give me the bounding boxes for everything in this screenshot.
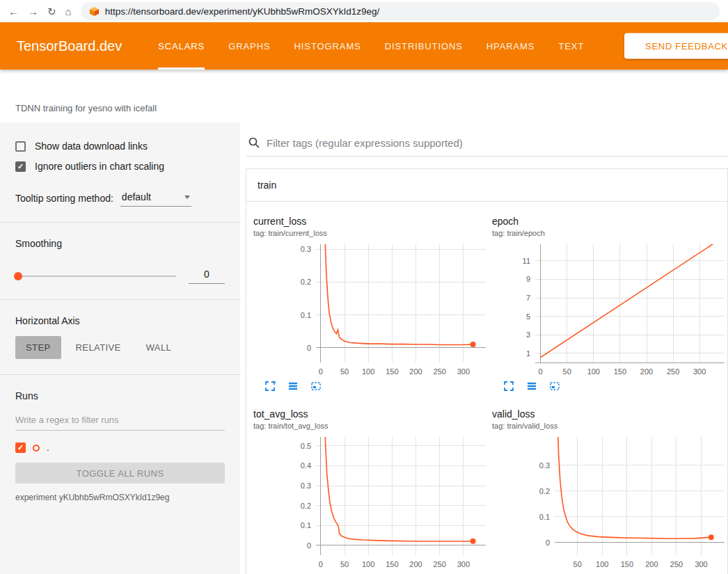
run-label: .	[47, 443, 49, 453]
ignore-outliers-checkbox[interactable]	[15, 161, 26, 172]
show-download-links-label: Show data download links	[35, 141, 148, 152]
url-text: https://tensorboard.dev/experiment/yKUbh…	[105, 6, 380, 17]
run-row[interactable]: .	[15, 443, 225, 453]
line-chart[interactable]: 05010015020025030000.10.20.30.40.5	[253, 433, 487, 572]
tag-filter	[246, 136, 728, 157]
app-header: TensorBoard.dev SCALARS GRAPHS HISTOGRAM…	[0, 22, 728, 70]
svg-text:11: 11	[523, 257, 530, 265]
horizontal-axis-label: Horizontal Axis	[15, 315, 225, 326]
fit-domain-icon[interactable]	[549, 381, 560, 392]
svg-text:100: 100	[587, 367, 600, 376]
main-nav: SCALARS GRAPHS HISTOGRAMS DISTRIBUTIONS …	[158, 22, 584, 70]
tab-scalars[interactable]: SCALARS	[158, 22, 205, 70]
svg-text:200: 200	[409, 560, 422, 568]
svg-text:150: 150	[621, 560, 633, 568]
experiment-title: TDNN training for yesno with icefall	[15, 103, 157, 113]
svg-text:200: 200	[640, 367, 653, 376]
svg-text:300: 300	[457, 560, 470, 568]
slider-thumb[interactable]	[14, 272, 22, 280]
smoothing-slider[interactable]	[15, 276, 176, 277]
run-checkbox[interactable]	[15, 443, 26, 453]
svg-text:250: 250	[434, 560, 446, 568]
svg-text:9: 9	[526, 275, 530, 283]
charts-grid: current_loss tag: train/current_loss 050…	[246, 202, 727, 574]
tab-hparams[interactable]: HPARAMS	[486, 22, 535, 70]
chart-tag: tag: train/tot_avg_loss	[253, 422, 487, 430]
svg-text:0: 0	[319, 560, 323, 568]
svg-text:300: 300	[695, 560, 707, 568]
svg-text:150: 150	[614, 367, 626, 376]
tag-filter-input[interactable]	[267, 137, 728, 149]
horizontal-axis-buttons: STEP RELATIVE WALL	[15, 336, 225, 359]
fullscreen-icon[interactable]	[503, 381, 514, 392]
svg-text:3: 3	[526, 330, 530, 339]
svg-text:0.2: 0.2	[301, 502, 311, 510]
svg-text:5: 5	[526, 312, 530, 321]
tab-distributions[interactable]: DISTRIBUTIONS	[385, 22, 463, 70]
runs-filter-input[interactable]	[15, 410, 225, 431]
forward-icon[interactable]: →	[28, 6, 38, 17]
toggle-all-runs-button[interactable]: TOGGLE ALL RUNS	[15, 463, 225, 484]
svg-text:300: 300	[457, 367, 470, 376]
show-download-links-checkbox[interactable]	[15, 141, 26, 152]
tooltip-sorting-value: default	[122, 191, 151, 202]
svg-text:0.3: 0.3	[539, 461, 550, 470]
chart-card-valid-loss: valid_loss tag: train/valid_loss 5010015…	[492, 408, 726, 574]
tab-histograms[interactable]: HISTOGRAMS	[294, 22, 361, 70]
svg-text:300: 300	[693, 367, 706, 376]
line-chart[interactable]: 5010015020025030000.10.20.3	[492, 433, 726, 572]
svg-text:0.1: 0.1	[539, 513, 550, 521]
chart-card-current-loss: current_loss tag: train/current_loss 050…	[253, 216, 487, 392]
train-card: train current_loss tag: train/current_lo…	[246, 168, 728, 574]
refresh-icon[interactable]: ↻	[47, 6, 56, 17]
experiment-name: experiment yKUbhb5wRmOSXYkId1z9eg	[15, 493, 225, 502]
svg-text:7: 7	[526, 294, 530, 302]
settings-sidebar: Show data download links Ignore outliers…	[0, 122, 240, 574]
chart-title: valid_loss	[492, 408, 726, 420]
send-feedback-button[interactable]: SEND FEEDBACK	[624, 33, 728, 59]
svg-text:0.4: 0.4	[301, 461, 311, 470]
svg-text:0.2: 0.2	[301, 278, 311, 286]
svg-text:100: 100	[596, 560, 608, 568]
line-chart[interactable]: 0501001502002503001357911	[492, 240, 726, 379]
svg-text:200: 200	[409, 367, 422, 376]
data-table-icon[interactable]	[287, 381, 299, 392]
svg-text:150: 150	[386, 367, 398, 376]
divider	[0, 374, 240, 375]
svg-text:100: 100	[362, 367, 374, 376]
data-table-icon[interactable]	[526, 381, 537, 392]
tab-text[interactable]: TEXT	[558, 22, 584, 70]
tensorboard-favicon	[89, 6, 100, 17]
home-icon[interactable]: ⌂	[65, 6, 72, 17]
address-bar[interactable]: https://tensorboard.dev/experiment/yKUbh…	[81, 2, 720, 20]
show-download-links-row[interactable]: Show data download links	[15, 141, 225, 152]
fullscreen-icon[interactable]	[264, 381, 276, 392]
axis-step-button[interactable]: STEP	[15, 336, 61, 359]
run-color-indicator	[33, 445, 40, 452]
chart-actions	[253, 381, 487, 392]
smoothing-value[interactable]: 0	[189, 269, 225, 284]
svg-text:250: 250	[667, 367, 679, 376]
tab-graphs[interactable]: GRAPHS	[228, 22, 270, 70]
ignore-outliers-row[interactable]: Ignore outliers in chart scaling	[15, 161, 225, 172]
train-card-header[interactable]: train	[246, 169, 727, 202]
svg-text:0.3: 0.3	[301, 481, 311, 490]
svg-text:0.3: 0.3	[301, 245, 311, 253]
svg-text:0.1: 0.1	[301, 311, 311, 319]
svg-text:50: 50	[340, 560, 349, 568]
svg-text:0: 0	[539, 367, 543, 376]
svg-text:100: 100	[362, 560, 374, 568]
search-icon	[248, 136, 260, 149]
fit-domain-icon[interactable]	[310, 381, 322, 392]
svg-text:0: 0	[307, 541, 311, 550]
svg-text:50: 50	[340, 367, 349, 376]
axis-wall-button[interactable]: WALL	[136, 336, 182, 359]
back-icon[interactable]: ←	[8, 6, 19, 17]
line-chart[interactable]: 05010015020025030000.10.20.3	[253, 240, 487, 379]
app-logo[interactable]: TensorBoard.dev	[17, 22, 122, 70]
axis-relative-button[interactable]: RELATIVE	[65, 336, 132, 359]
tooltip-sorting-dropdown[interactable]: default	[120, 190, 191, 207]
chart-title: tot_avg_loss	[253, 408, 487, 420]
svg-text:50: 50	[563, 367, 571, 376]
chart-actions	[492, 381, 726, 392]
